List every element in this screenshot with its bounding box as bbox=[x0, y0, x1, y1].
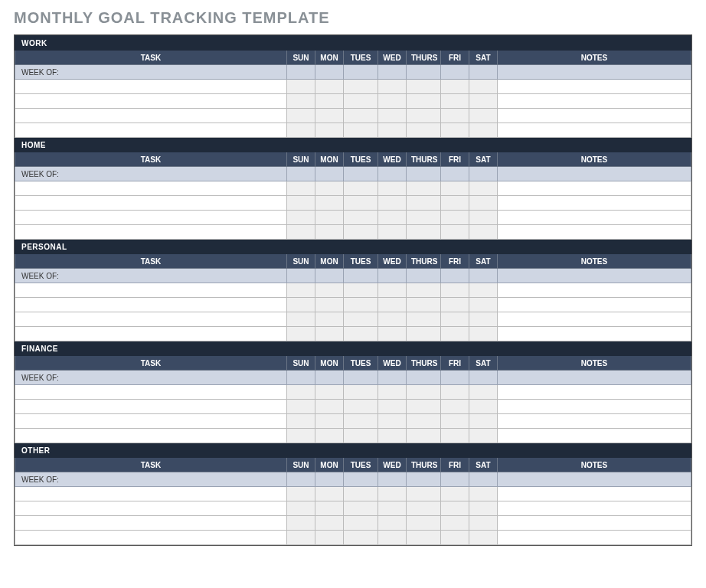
day-cell[interactable] bbox=[441, 531, 469, 545]
week-of-day-cell[interactable] bbox=[315, 472, 344, 487]
week-of-day-cell[interactable] bbox=[344, 65, 378, 80]
day-cell[interactable] bbox=[378, 531, 407, 545]
day-cell[interactable] bbox=[469, 225, 498, 240]
week-of-day-cell[interactable] bbox=[407, 371, 441, 385]
week-of-day-cell[interactable] bbox=[344, 167, 378, 181]
week-of-day-cell[interactable] bbox=[407, 65, 441, 80]
day-cell[interactable] bbox=[469, 283, 498, 298]
week-of-day-cell[interactable] bbox=[344, 371, 378, 385]
week-of-label[interactable]: WEEK OF: bbox=[15, 371, 287, 385]
day-cell[interactable] bbox=[469, 516, 498, 531]
day-cell[interactable] bbox=[287, 327, 315, 341]
day-cell[interactable] bbox=[344, 298, 378, 312]
day-cell[interactable] bbox=[344, 531, 378, 545]
day-cell[interactable] bbox=[441, 516, 469, 531]
day-cell[interactable] bbox=[344, 211, 378, 225]
task-cell[interactable] bbox=[15, 429, 287, 443]
day-cell[interactable] bbox=[469, 327, 498, 341]
day-cell[interactable] bbox=[378, 283, 407, 298]
notes-cell[interactable] bbox=[498, 196, 691, 211]
day-cell[interactable] bbox=[378, 312, 407, 327]
day-cell[interactable] bbox=[315, 429, 344, 443]
day-cell[interactable] bbox=[378, 298, 407, 312]
day-cell[interactable] bbox=[287, 123, 315, 138]
day-cell[interactable] bbox=[469, 298, 498, 312]
day-cell[interactable] bbox=[344, 225, 378, 240]
day-cell[interactable] bbox=[344, 327, 378, 341]
day-cell[interactable] bbox=[407, 196, 441, 211]
day-cell[interactable] bbox=[378, 516, 407, 531]
day-cell[interactable] bbox=[441, 283, 469, 298]
week-of-day-cell[interactable] bbox=[469, 167, 498, 181]
week-of-day-cell[interactable] bbox=[344, 269, 378, 283]
week-of-day-cell[interactable] bbox=[315, 269, 344, 283]
day-cell[interactable] bbox=[469, 531, 498, 545]
day-cell[interactable] bbox=[287, 531, 315, 545]
week-of-notes-cell[interactable] bbox=[498, 472, 691, 487]
notes-cell[interactable] bbox=[498, 123, 691, 138]
task-cell[interactable] bbox=[15, 123, 287, 138]
task-cell[interactable] bbox=[15, 298, 287, 312]
day-cell[interactable] bbox=[378, 181, 407, 196]
day-cell[interactable] bbox=[287, 414, 315, 429]
day-cell[interactable] bbox=[441, 429, 469, 443]
week-of-notes-cell[interactable] bbox=[498, 167, 691, 181]
week-of-day-cell[interactable] bbox=[287, 269, 315, 283]
week-of-day-cell[interactable] bbox=[407, 269, 441, 283]
day-cell[interactable] bbox=[378, 225, 407, 240]
day-cell[interactable] bbox=[469, 94, 498, 109]
week-of-day-cell[interactable] bbox=[378, 371, 407, 385]
day-cell[interactable] bbox=[315, 400, 344, 414]
task-cell[interactable] bbox=[15, 283, 287, 298]
task-cell[interactable] bbox=[15, 109, 287, 123]
day-cell[interactable] bbox=[378, 211, 407, 225]
notes-cell[interactable] bbox=[498, 94, 691, 109]
day-cell[interactable] bbox=[344, 516, 378, 531]
task-cell[interactable] bbox=[15, 501, 287, 516]
day-cell[interactable] bbox=[441, 501, 469, 516]
day-cell[interactable] bbox=[287, 283, 315, 298]
day-cell[interactable] bbox=[287, 196, 315, 211]
day-cell[interactable] bbox=[378, 501, 407, 516]
day-cell[interactable] bbox=[469, 196, 498, 211]
day-cell[interactable] bbox=[287, 181, 315, 196]
task-cell[interactable] bbox=[15, 211, 287, 225]
week-of-label[interactable]: WEEK OF: bbox=[15, 167, 287, 181]
week-of-day-cell[interactable] bbox=[315, 371, 344, 385]
day-cell[interactable] bbox=[441, 181, 469, 196]
day-cell[interactable] bbox=[441, 385, 469, 400]
day-cell[interactable] bbox=[407, 400, 441, 414]
notes-cell[interactable] bbox=[498, 414, 691, 429]
day-cell[interactable] bbox=[469, 312, 498, 327]
day-cell[interactable] bbox=[407, 225, 441, 240]
week-of-day-cell[interactable] bbox=[344, 472, 378, 487]
day-cell[interactable] bbox=[287, 80, 315, 94]
day-cell[interactable] bbox=[315, 80, 344, 94]
week-of-day-cell[interactable] bbox=[407, 167, 441, 181]
day-cell[interactable] bbox=[378, 196, 407, 211]
day-cell[interactable] bbox=[344, 283, 378, 298]
notes-cell[interactable] bbox=[498, 225, 691, 240]
day-cell[interactable] bbox=[469, 109, 498, 123]
day-cell[interactable] bbox=[407, 385, 441, 400]
day-cell[interactable] bbox=[407, 94, 441, 109]
week-of-label[interactable]: WEEK OF: bbox=[15, 65, 287, 80]
task-cell[interactable] bbox=[15, 400, 287, 414]
day-cell[interactable] bbox=[315, 327, 344, 341]
task-cell[interactable] bbox=[15, 516, 287, 531]
notes-cell[interactable] bbox=[498, 487, 691, 501]
week-of-notes-cell[interactable] bbox=[498, 371, 691, 385]
week-of-day-cell[interactable] bbox=[469, 472, 498, 487]
day-cell[interactable] bbox=[287, 225, 315, 240]
week-of-day-cell[interactable] bbox=[441, 167, 469, 181]
day-cell[interactable] bbox=[441, 211, 469, 225]
day-cell[interactable] bbox=[315, 123, 344, 138]
day-cell[interactable] bbox=[287, 94, 315, 109]
day-cell[interactable] bbox=[407, 327, 441, 341]
day-cell[interactable] bbox=[469, 211, 498, 225]
day-cell[interactable] bbox=[378, 487, 407, 501]
day-cell[interactable] bbox=[315, 181, 344, 196]
day-cell[interactable] bbox=[407, 298, 441, 312]
day-cell[interactable] bbox=[407, 414, 441, 429]
day-cell[interactable] bbox=[315, 94, 344, 109]
